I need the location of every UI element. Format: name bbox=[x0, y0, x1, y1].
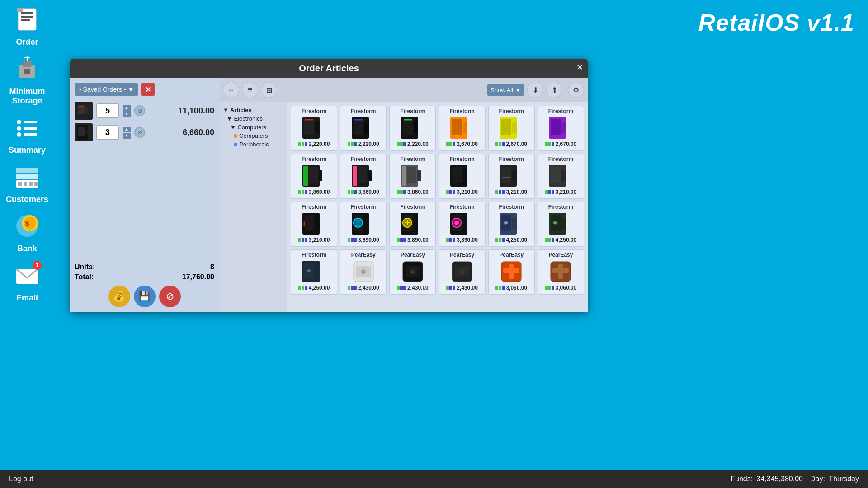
product-firestorm-black1[interactable]: Firestorm 3,210.00 bbox=[439, 154, 485, 199]
svg-rect-81 bbox=[315, 218, 320, 229]
product-peareasy-dark[interactable]: PearEasy 2,430.00 bbox=[439, 249, 485, 295]
products-grid: Firestorm 2,220.00 bbox=[287, 102, 588, 312]
product-firestorm-red[interactable]: Firestorm 2,220.00 bbox=[291, 106, 337, 151]
svg-rect-3 bbox=[21, 19, 30, 21]
summary-icon bbox=[14, 115, 40, 144]
modal-titlebar: Order Articles ✕ bbox=[70, 59, 588, 78]
product-firestorm-black2[interactable]: Firestorm 3,210.00 bbox=[488, 154, 535, 199]
product-firestorm-darkgreen[interactable]: Firestorm 4,250.00 bbox=[538, 202, 584, 247]
product-firestorm-cyan[interactable]: Firestorm bbox=[340, 202, 387, 247]
product-peareasy-white[interactable]: PearEasy ⚙ 2,430.00 bbox=[340, 249, 387, 295]
sidebar-item-minimum-storage[interactable]: MinimumStorage bbox=[0, 54, 54, 108]
tree-computers[interactable]: ▼ Computers bbox=[223, 123, 283, 131]
save-button[interactable]: 💾 bbox=[134, 286, 156, 307]
product-firestorm-green[interactable]: Firestorm 2,220.00 bbox=[389, 106, 436, 151]
qty-arrows-1: ▲ ▼ bbox=[123, 105, 131, 117]
sort-btn[interactable]: ⬇ bbox=[527, 82, 543, 98]
svg-rect-69 bbox=[452, 167, 462, 183]
order-summary: Units: 8 Total: 17,760.00 💰 💾 ⊘ bbox=[75, 259, 214, 307]
sidebar-item-bank[interactable]: $ Bank bbox=[0, 211, 54, 256]
svg-rect-17 bbox=[18, 182, 22, 186]
product-firestorm-pink2[interactable]: Firestorm 3,890.00 bbox=[439, 202, 485, 247]
minimum-storage-icon bbox=[14, 56, 40, 85]
tree-electronics[interactable]: ▼ Electronics bbox=[223, 114, 283, 123]
sidebar-customers-label: Customers bbox=[6, 195, 48, 204]
product-firestorm-navy[interactable]: Firestorm 4,250.00 bbox=[291, 249, 337, 295]
tree-peripherals-leaf[interactable]: Peripherals bbox=[223, 140, 283, 149]
svg-rect-63 bbox=[368, 170, 372, 181]
email-badge-count: 1 bbox=[33, 261, 42, 270]
sidebar-item-email[interactable]: 1 Email bbox=[0, 260, 54, 305]
total-value: 17,760.00 bbox=[182, 273, 214, 281]
svg-rect-30 bbox=[85, 107, 88, 113]
modal-title: Order Articles bbox=[299, 63, 359, 73]
order-item-2-qty: 3 bbox=[96, 125, 119, 140]
svg-rect-1 bbox=[21, 12, 33, 14]
svg-rect-2 bbox=[21, 16, 33, 18]
product-firestorm-dark[interactable]: Firestorm 3,210.00 bbox=[538, 154, 584, 199]
svg-rect-4 bbox=[17, 8, 23, 12]
product-firestorm-pinkpanel[interactable]: Firestorm 3,860.00 bbox=[340, 154, 387, 199]
tree-computers-leaf[interactable]: Computers bbox=[223, 131, 283, 140]
svg-rect-73 bbox=[512, 170, 517, 181]
units-label: Units: bbox=[75, 263, 95, 271]
svg-point-118 bbox=[459, 269, 465, 274]
qty-up-1[interactable]: ▲ bbox=[123, 105, 131, 111]
app-title: RetailOS v1.1 bbox=[698, 9, 854, 36]
svg-rect-20 bbox=[34, 182, 38, 186]
sidebar-summary-label: Summary bbox=[9, 145, 46, 155]
units-row: Units: 8 bbox=[75, 263, 214, 271]
logout-button[interactable]: Log out bbox=[9, 475, 33, 483]
svg-rect-19 bbox=[29, 182, 33, 186]
product-firestorm-yellow[interactable]: Firestorm 2,670.00 bbox=[488, 106, 535, 151]
cancel-item-2[interactable]: ⊘ bbox=[134, 127, 145, 138]
right-content: ▼ Articles ▼ Electronics ▼ Computers Com… bbox=[219, 102, 588, 312]
svg-point-96 bbox=[454, 221, 459, 225]
product-peareasy-black[interactable]: PearEasy ⚙ 2,430.00 bbox=[389, 249, 436, 295]
product-firestorm-darkblue[interactable]: Firestorm 4,250.00 bbox=[488, 202, 535, 247]
svg-rect-103 bbox=[561, 218, 566, 229]
product-firestorm-blue[interactable]: Firestorm 2,220.00 bbox=[340, 106, 387, 151]
svg-rect-55 bbox=[561, 122, 566, 133]
expand-btn[interactable]: ⬆ bbox=[546, 82, 562, 98]
tree-panel: ▼ Articles ▼ Electronics ▼ Computers Com… bbox=[219, 102, 287, 312]
product-peareasy-orangecross[interactable]: PearEasy 3,060.00 bbox=[488, 249, 535, 295]
cancel-item-1[interactable]: ⊘ bbox=[134, 105, 145, 116]
sidebar-item-order[interactable]: Order bbox=[0, 5, 54, 49]
product-firestorm-purple[interactable]: Firestorm 2,670.00 bbox=[538, 106, 584, 151]
product-firestorm-greenpanel[interactable]: Firestorm 3,860.00 bbox=[291, 154, 337, 199]
clear-order-button[interactable]: ✕ bbox=[141, 83, 155, 96]
product-firestorm-yellow2[interactable]: Firestorm 3,890.0 bbox=[389, 202, 436, 247]
qty-up-2[interactable]: ▲ bbox=[123, 127, 131, 132]
product-firestorm-greypanel[interactable]: Firestorm 3,860.00 bbox=[389, 154, 436, 199]
qty-down-1[interactable]: ▼ bbox=[123, 111, 131, 117]
saved-orders-button[interactable]: - Saved Orders - ▼ bbox=[75, 83, 138, 96]
sidebar-email-label: Email bbox=[16, 293, 38, 303]
infinity-btn[interactable]: ∞ bbox=[223, 82, 239, 98]
settings-btn[interactable]: ⚙ bbox=[568, 82, 584, 98]
svg-rect-72 bbox=[501, 167, 511, 183]
cancel-button[interactable]: ⊘ bbox=[159, 286, 181, 307]
order-item-2-price: 6,660.00 bbox=[183, 128, 214, 137]
tree-articles[interactable]: ▼ Articles bbox=[223, 106, 283, 114]
modal-close-button[interactable]: ✕ bbox=[576, 62, 583, 72]
svg-rect-67 bbox=[417, 170, 421, 181]
svg-rect-65 bbox=[402, 166, 406, 186]
sidebar-item-customers[interactable]: Customers bbox=[0, 162, 54, 206]
svg-rect-18 bbox=[24, 182, 27, 186]
grid-btn[interactable]: ⊞ bbox=[261, 82, 277, 98]
right-panel: ∞ ≡ ⊞ Show All ▼ ⬇ ⬆ ⚙ ▼ A bbox=[219, 78, 588, 312]
qty-down-2[interactable]: ▼ bbox=[123, 133, 131, 139]
pay-button[interactable]: 💰 bbox=[108, 286, 130, 307]
sidebar-item-summary[interactable]: Summary bbox=[0, 113, 54, 157]
product-firestorm-blackred[interactable]: Firestorm 3,210.00 bbox=[291, 202, 337, 247]
show-all-dropdown[interactable]: Show All ▼ bbox=[487, 84, 524, 96]
order-icon bbox=[14, 7, 40, 36]
product-firestorm-orange[interactable]: Firestorm 2,670.00 bbox=[439, 106, 485, 151]
svg-rect-40 bbox=[354, 119, 363, 135]
list-btn[interactable]: ≡ bbox=[242, 82, 258, 98]
product-peareasy-browncross[interactable]: PearEasy 3,060.00 bbox=[538, 249, 584, 295]
svg-rect-34 bbox=[85, 129, 88, 135]
right-toolbar-right: ⬇ ⬆ ⚙ bbox=[527, 82, 584, 98]
customers-icon bbox=[14, 164, 40, 193]
